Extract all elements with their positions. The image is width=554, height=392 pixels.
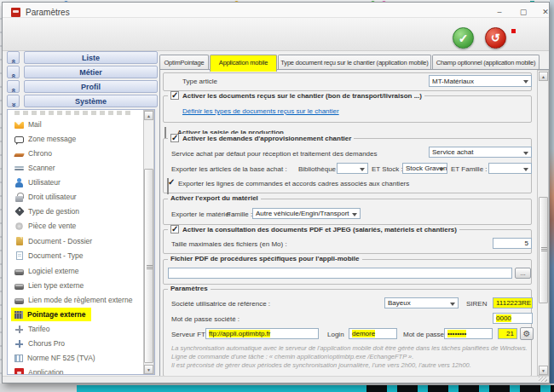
taille-max-input[interactable]: 5: [493, 238, 532, 249]
sidebar-item-droit-utilisateur[interactable]: Droit utilisateur: [11, 190, 82, 204]
sidebar-item-document-type[interactable]: Document - Type: [11, 249, 89, 262]
mdp-societe-input[interactable]: 0000: [493, 313, 533, 324]
group-fichier-pdf-legend: Fichier PDF de procédures spécifiques po…: [168, 255, 362, 262]
sidebar-section-metier[interactable]: Métier: [24, 66, 158, 78]
collapse-systeme-button[interactable]: «: [7, 95, 20, 107]
societe-reference-label: Société utilisatrice de référence :: [171, 300, 270, 308]
spark-icon: [14, 339, 24, 349]
title-bar[interactable]: Paramètres – ▢ ✕: [3, 3, 549, 18]
cancel-undo-button[interactable]: ↺: [485, 27, 506, 49]
login-input[interactable]: demore: [349, 328, 397, 339]
appro-checkbox[interactable]: [170, 134, 179, 142]
sidebar-item-chrono[interactable]: Chrono: [11, 147, 57, 160]
mot-de-passe-label: Mot de passe: [403, 331, 444, 338]
definir-types-documents-link[interactable]: Définir les types de documents reçus sur…: [182, 107, 339, 115]
collapse-profil-button[interactable]: «: [7, 80, 20, 93]
nf-grid-icon: [14, 355, 23, 362]
serveur-ftp-input[interactable]: ftp://appli.optimbtp.fr: [205, 328, 319, 339]
resize-grip[interactable]: [539, 377, 547, 382]
sidebar-item-piece-de-vente[interactable]: Pièce de vente: [11, 219, 81, 233]
fichier-pdf-input[interactable]: [168, 268, 512, 279]
type-article-select[interactable]: MT-Matériaux: [429, 75, 532, 87]
scanner-icon: [14, 169, 24, 170]
tab-application-mobile[interactable]: Application mobile: [210, 55, 277, 72]
content-scrollbar-thumb[interactable]: [539, 197, 548, 303]
bibliotheque-select[interactable]: [337, 163, 368, 174]
sidebar-item-tarifeo[interactable]: Tarifeo: [11, 322, 55, 336]
scroll-down-button[interactable]: ▼: [144, 365, 153, 374]
clipped-list-item: [14, 111, 134, 115]
service-achat-label: Service achat par défaut pour réception …: [171, 150, 377, 158]
content-scroll-up-button[interactable]: ▲: [539, 72, 548, 81]
sidebar-section-liste[interactable]: Liste: [24, 51, 158, 64]
bibliotheque-label: Bibliothèque :: [298, 165, 339, 173]
siren-input[interactable]: 1112223RE: [493, 297, 533, 308]
group-consultation-legend: Activer la consultation des documents PD…: [168, 225, 459, 233]
serveur-ftp-label: Serveur FTP: [171, 331, 210, 338]
desktop-wallpaper-strip: [550, 0, 554, 392]
sidebar-item-mail[interactable]: Mail: [11, 118, 47, 131]
notification-dot: [511, 29, 516, 33]
sidebar-item-scanner[interactable]: Scanner: [11, 161, 61, 175]
exporter-materiel-label: Exporter le matériel :: [171, 210, 234, 218]
tab-optimpointage[interactable]: OptimPointage: [159, 55, 209, 70]
materiel-famille-label: Famille :: [227, 210, 252, 218]
societe-select[interactable]: Bayeux: [384, 297, 459, 308]
et-stock-label: ET Stock :: [372, 165, 403, 173]
service-achat-select[interactable]: Service achat: [429, 147, 532, 158]
disk-icon: [14, 284, 24, 290]
app-logo-icon: [11, 8, 20, 17]
coin-icon: [15, 222, 23, 230]
group-export-materiel-legend: Activer l'export du matériel: [168, 194, 261, 202]
sidebar-item-type-de-gestion[interactable]: Type de gestion: [11, 205, 84, 218]
sidebar-item-logiciel-externe[interactable]: Logiciel externe: [11, 264, 84, 278]
materiel-famille-select[interactable]: Autre véhicule/Engin/Transport: [252, 208, 361, 219]
sidebar-section-profil[interactable]: Profil: [24, 80, 158, 93]
consultation-checkbox[interactable]: [170, 225, 179, 233]
sidebar-item-pointage-externe[interactable]: Pointage externe: [11, 308, 91, 321]
sidebar-item-lien-type-externe[interactable]: Lien type externe: [11, 279, 89, 292]
sidebar-item-document-dossier[interactable]: Document - Dossier: [11, 234, 97, 248]
type-article-label: Type article: [182, 78, 217, 85]
content-scrollbar[interactable]: ▲ ▼: [537, 70, 549, 376]
tab-type-document-recu[interactable]: Type document reçu sur le chantier (appl…: [278, 55, 431, 70]
folder-document-icon: [16, 237, 23, 245]
window-title: Paramètres: [26, 8, 70, 17]
minimize-button[interactable]: –: [490, 5, 509, 19]
scrollbar-thumb[interactable]: [144, 169, 153, 363]
tab-champ-optionnel[interactable]: Champ optionnel (application mobile): [432, 55, 540, 70]
maximize-button[interactable]: ▢: [514, 5, 533, 19]
close-button[interactable]: ✕: [536, 5, 554, 19]
sidebar-item-norme-nf525[interactable]: Norme NF 525 (TVA): [11, 351, 101, 365]
taskbar-strip: [0, 383, 554, 392]
thumb-grip: [541, 247, 547, 251]
famille-select[interactable]: [488, 163, 532, 174]
stock-select[interactable]: Stock Graven: [402, 163, 447, 174]
ftp-settings-gear-button[interactable]: ⚙: [520, 327, 534, 340]
grid-icon: [14, 311, 23, 319]
sidebar-item-zone-message[interactable]: Zone message: [11, 132, 81, 146]
browse-button[interactable]: ...: [515, 268, 531, 279]
export-lignes-checkbox[interactable]: [167, 178, 169, 194]
sidebar-item-chorus-pro[interactable]: Chorus Pro: [11, 337, 70, 350]
sidebar-scrollbar[interactable]: ▲ ▼: [143, 110, 154, 374]
docs-recus-checkbox[interactable]: [170, 91, 179, 100]
parametres-dialog: Paramètres – ▢ ✕ ✓ ↺ « Liste « Métier « …: [2, 2, 550, 383]
validate-button[interactable]: ✓: [453, 27, 474, 49]
group-parametres-legend: Paramètres: [168, 285, 211, 292]
et-famille-label: ET Famille :: [451, 165, 488, 173]
sidebar-item-utilisateur[interactable]: Utilisateur: [11, 176, 66, 189]
lock-icon: [14, 193, 24, 202]
scroll-up-button[interactable]: ▲: [144, 111, 153, 120]
mot-de-passe-input[interactable]: ••••••••: [444, 328, 493, 339]
chrono-icon: [14, 153, 25, 157]
port-input[interactable]: 21: [498, 328, 517, 339]
content-scroll-down-button[interactable]: ▼: [539, 366, 548, 375]
collapse-metier-button[interactable]: «: [7, 66, 20, 78]
sidebar-item-application[interactable]: Application: [11, 366, 69, 375]
collapse-liste-button[interactable]: «: [7, 51, 20, 64]
status-bar: [3, 376, 549, 383]
sidebar-item-lien-mode-reglement[interactable]: Lien mode de règlement externe: [11, 293, 137, 307]
sidebar-section-systeme[interactable]: Système: [24, 95, 158, 107]
login-label: Login: [327, 331, 344, 338]
